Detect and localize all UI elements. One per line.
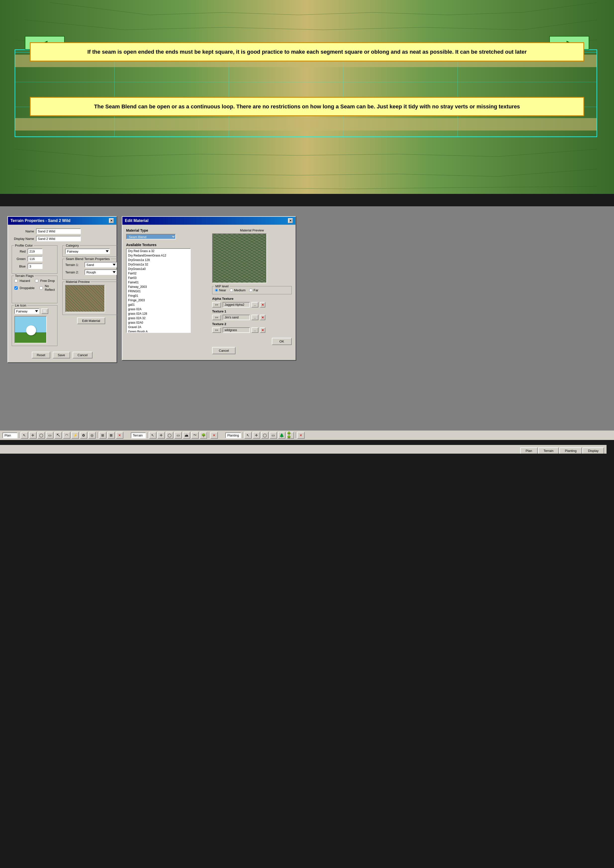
edit-material-ok-btn[interactable]: OK (272, 338, 292, 345)
plan-tool-x[interactable]: ✕ (116, 432, 123, 439)
droppable-checkbox[interactable] (14, 286, 18, 290)
texture2-arrow-btn[interactable]: >> (212, 327, 221, 333)
alpha-texture-browse-btn[interactable]: ... (252, 302, 258, 307)
plan-tool-circle[interactable]: ◯ (37, 432, 45, 439)
plan-tool-lightning[interactable]: ⚡ (72, 432, 79, 439)
lie-icon-preview (14, 316, 47, 343)
planting-tool-square[interactable]: ▭ (270, 432, 277, 439)
plan-tool-box-x[interactable]: ⊠ (107, 432, 115, 439)
plan-tool-flower[interactable]: ✿ (80, 432, 87, 439)
tab-terrain[interactable]: Terrain (538, 448, 559, 454)
no-reflect-label[interactable]: No Reflect (40, 284, 55, 291)
terrain-tool-wave[interactable]: 〜 (191, 432, 199, 439)
mip-far-radio[interactable] (249, 288, 252, 292)
texture-item-15[interactable]: grass 02A 32 (127, 316, 190, 321)
tab-display[interactable]: Display (583, 448, 604, 454)
texture1-arrow-btn[interactable]: >> (212, 315, 221, 320)
terrain-tool-cross[interactable]: ✛ (157, 432, 165, 439)
texture1-remove-btn[interactable]: ✕ (260, 315, 265, 320)
droppable-row: Droppable No Reflect (14, 284, 55, 291)
free-drop-checkbox[interactable] (35, 279, 38, 282)
available-textures-list[interactable]: Dry Red Grass a 32 Dry RedandGreenGrass … (126, 248, 191, 333)
material-preview-small (65, 285, 105, 312)
texture-item-1[interactable]: Dry RedandGreenGrass A12 (127, 253, 190, 258)
alpha-texture-remove-btn[interactable]: ✕ (260, 302, 265, 307)
terrain1-select[interactable]: Sand (84, 262, 117, 267)
save-btn[interactable]: Save (53, 352, 70, 358)
alpha-texture-arrow-btn[interactable]: >> (212, 302, 221, 307)
category-select[interactable]: Fairway (65, 249, 110, 254)
terrain-tool-tree[interactable]: 🌳 (200, 432, 207, 439)
terrain-tool-arrow[interactable]: ↖ (149, 432, 156, 439)
terrain-tool-circle[interactable]: ◯ (166, 432, 173, 439)
material-preview-group: Material Preview (62, 282, 120, 315)
plan-tool-cross[interactable]: ✛ (29, 432, 37, 439)
plan-tool-square[interactable]: ▭ (46, 432, 53, 439)
plan-tool-arrow[interactable]: ↖ (21, 432, 28, 439)
texture-item-16[interactable]: grass 02A0 (127, 321, 190, 325)
texture-item-0[interactable]: Dry Red Grass a 32 (127, 249, 190, 253)
planting-tool-x[interactable]: ✕ (297, 432, 305, 439)
texture-item-12[interactable]: ga01 (127, 302, 190, 307)
texture-item-2[interactable]: DryGrass1a 128 (127, 258, 190, 262)
texture-item-4[interactable]: DryGrass1a0 (127, 267, 190, 271)
name-input[interactable] (36, 228, 81, 234)
texture-item-13[interactable]: grass 02A (127, 307, 190, 312)
terrain-tool-square[interactable]: ▭ (174, 432, 182, 439)
droppable-label[interactable]: Droppable (14, 284, 34, 291)
plan-tool-target[interactable]: ◎ (88, 432, 96, 439)
terrain2-select[interactable]: Rough (84, 270, 117, 275)
terrain-tool-x[interactable]: ✕ (210, 432, 218, 439)
texture-item-5[interactable]: Fair02 (127, 271, 190, 276)
tab-planting[interactable]: Planting (559, 448, 582, 454)
free-drop-label[interactable]: Free Drop (35, 279, 55, 283)
mip-medium-radio[interactable] (230, 288, 233, 292)
texture2-remove-btn[interactable]: ✕ (260, 327, 265, 333)
edit-material-close-btn[interactable]: ✕ (288, 218, 293, 223)
planting-tool-circle[interactable]: ◯ (261, 432, 269, 439)
planting-tool-tree[interactable]: 🌲 (278, 432, 286, 439)
display-name-input[interactable] (36, 236, 81, 241)
lie-icon-browse-btn[interactable]: ⬜ (41, 308, 48, 314)
planting-tool-trees[interactable]: 🌳🌳 (286, 432, 294, 439)
texture-item-10[interactable]: Fring01 (127, 294, 190, 298)
lie-icon-select[interactable]: Fairway (14, 308, 39, 314)
terrain-props-close-btn[interactable]: ✕ (109, 218, 114, 223)
mip-far-option[interactable]: Far (249, 288, 258, 292)
red-input[interactable] (28, 249, 42, 254)
texture1-browse-btn[interactable]: ... (252, 315, 258, 320)
texture-item-8[interactable]: Fairway_2003 (127, 285, 190, 289)
texture-item-17[interactable]: Gravel 2A (127, 325, 190, 329)
texture-item-9[interactable]: FRING01 (127, 289, 190, 294)
edit-material-left: Material Type Seam Blend Available Textu… (126, 228, 207, 356)
green-input[interactable] (28, 256, 42, 262)
terrain-toolbar: Terrain ↖ ✛ ◯ ▭ ⛰ 〜 🌳 ✕ (131, 432, 218, 439)
texture-item-3[interactable]: DryGrass1a 32 (127, 262, 190, 267)
mip-near-option[interactable]: Near (215, 288, 226, 292)
texture2-browse-btn[interactable]: ... (252, 327, 258, 333)
reset-btn[interactable]: Reset (32, 352, 50, 358)
no-reflect-checkbox[interactable] (40, 286, 43, 290)
tab-plan[interactable]: Plan (520, 448, 538, 454)
hazard-label[interactable]: Hazard (14, 279, 30, 283)
alpha-texture-name: Jagged Alpha2 (222, 302, 250, 307)
blue-input[interactable] (28, 264, 42, 269)
planting-tool-arrow[interactable]: ↖ (244, 432, 252, 439)
texture-item-6[interactable]: Fair03 (127, 276, 190, 280)
edit-material-cancel-btn[interactable]: Cancel (212, 347, 236, 354)
terrain-cancel-btn[interactable]: Cancel (73, 352, 93, 358)
hazard-checkbox[interactable] (14, 279, 18, 282)
texture-item-7[interactable]: Fairw01 (127, 280, 190, 285)
mip-medium-option[interactable]: Medium (230, 288, 246, 292)
texture-item-14[interactable]: grass 02A 128 (127, 312, 190, 316)
texture-item-18[interactable]: Green Brush A (127, 329, 190, 333)
plan-tool-pick[interactable]: ⛏ (54, 432, 62, 439)
mip-near-radio[interactable] (215, 288, 218, 292)
edit-material-btn[interactable]: Edit Material (77, 318, 105, 324)
terrain-tool-mound[interactable]: ⛰ (183, 432, 190, 439)
plan-tool-grid[interactable]: ⊞ (99, 432, 106, 439)
plan-tool-arc[interactable]: ◠ (63, 432, 70, 439)
planting-tool-cross[interactable]: ✛ (253, 432, 260, 439)
texture-item-11[interactable]: Fringe_2003 (127, 298, 190, 302)
material-type-select[interactable]: Seam Blend (126, 234, 176, 239)
